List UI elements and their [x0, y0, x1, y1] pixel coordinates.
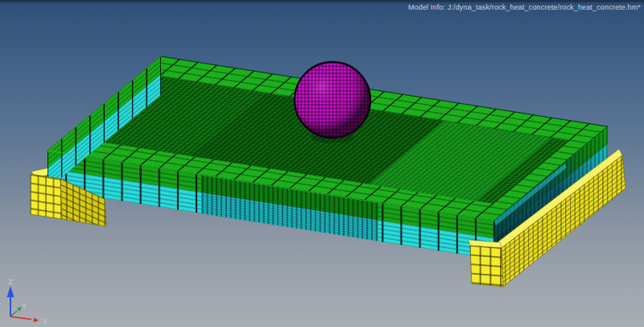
- model-info-text: Model Info: J:/dyna_task/rock_heat_concr…: [408, 3, 641, 11]
- support-right-end-face[interactable]: [470, 246, 503, 287]
- viewport-top-edge: [0, 0, 644, 2]
- support-left-end-face[interactable]: [31, 174, 62, 219]
- model-canvas[interactable]: Z Y X Model Info: J:/dyna_task/rock_heat…: [0, 0, 644, 327]
- z-axis-label: Z: [8, 278, 12, 286]
- impactor-sphere-shading: [295, 62, 370, 138]
- x-axis-label: X: [43, 317, 47, 325]
- y-axis-label: Y: [22, 302, 27, 310]
- cad-viewport[interactable]: Z Y X Model Info: J:/dyna_task/rock_heat…: [0, 0, 644, 327]
- impactor-sphere[interactable]: [295, 62, 370, 138]
